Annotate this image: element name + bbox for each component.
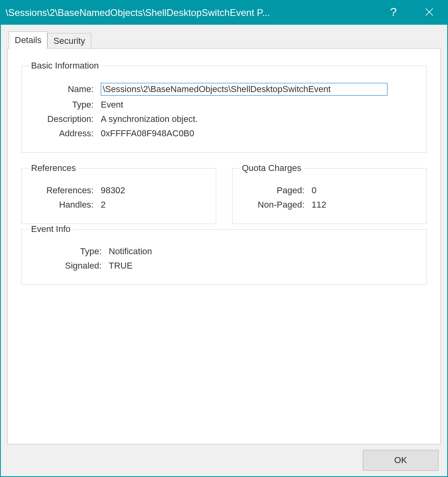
- tab-details[interactable]: Details: [9, 31, 47, 49]
- help-button[interactable]: ?: [376, 0, 411, 24]
- tabstrip: Details Security: [7, 31, 441, 48]
- group-references: References References: 98302 Handles: 2: [21, 163, 216, 224]
- group-basic-legend: Basic Information: [30, 61, 101, 71]
- value-handles: 2: [101, 200, 106, 210]
- row-type: Type: Event: [32, 100, 416, 110]
- titlebar[interactable]: \Sessions\2\BaseNamedObjects\ShellDeskto…: [1, 1, 447, 25]
- help-icon: ?: [390, 5, 397, 19]
- group-references-legend: References: [30, 163, 78, 173]
- row-address: Address: 0xFFFFA08F948AC0B0: [32, 128, 416, 139]
- tab-control: Details Security Basic Information Name:…: [7, 31, 441, 444]
- tab-panel-details: Basic Information Name: Type: Event Desc…: [7, 48, 441, 444]
- row-nonpaged: Non-Paged: 112: [243, 200, 417, 210]
- name-field[interactable]: [101, 83, 387, 96]
- properties-dialog: \Sessions\2\BaseNamedObjects\ShellDeskto…: [0, 0, 448, 477]
- label-paged: Paged:: [243, 185, 305, 196]
- value-references: 98302: [101, 185, 125, 196]
- value-type: Event: [101, 100, 123, 110]
- label-signaled: Signaled:: [32, 261, 102, 271]
- group-quota-charges: Quota Charges Paged: 0 Non-Paged: 112: [232, 163, 427, 224]
- value-description: A synchronization object.: [101, 114, 198, 124]
- close-button[interactable]: [411, 1, 447, 25]
- tab-security[interactable]: Security: [47, 33, 91, 49]
- close-icon: [425, 7, 434, 19]
- row-references: References: 98302: [32, 185, 205, 196]
- row-event-type: Type: Notification: [32, 246, 416, 257]
- value-signaled: TRUE: [109, 261, 133, 271]
- group-basic-information: Basic Information Name: Type: Event Desc…: [21, 61, 427, 153]
- label-nonpaged: Non-Paged:: [243, 200, 305, 210]
- row-handles: Handles: 2: [32, 200, 205, 210]
- row-description: Description: A synchronization object.: [32, 114, 416, 124]
- value-paged: 0: [312, 185, 317, 196]
- label-description: Description:: [32, 114, 94, 124]
- client-area: Details Security Basic Information Name:…: [1, 25, 447, 476]
- value-nonpaged: 112: [312, 200, 327, 210]
- label-type: Type:: [32, 100, 94, 110]
- row-signaled: Signaled: TRUE: [32, 261, 416, 271]
- row-name: Name:: [32, 83, 416, 96]
- window-title: \Sessions\2\BaseNamedObjects\ShellDeskto…: [6, 7, 376, 18]
- value-event-type: Notification: [109, 246, 152, 257]
- ok-button[interactable]: OK: [363, 450, 438, 471]
- two-column-section: References References: 98302 Handles: 2 …: [21, 163, 427, 224]
- label-event-type: Type:: [32, 246, 102, 257]
- group-quota-legend: Quota Charges: [241, 163, 304, 173]
- value-address: 0xFFFFA08F948AC0B0: [101, 128, 194, 139]
- group-event-info: Event Info Type: Notification Signaled: …: [21, 224, 427, 285]
- group-eventinfo-legend: Event Info: [30, 224, 73, 234]
- label-name: Name:: [32, 84, 94, 94]
- dialog-footer: OK: [7, 448, 441, 471]
- label-handles: Handles:: [32, 200, 94, 210]
- label-references: References:: [32, 185, 94, 196]
- row-paged: Paged: 0: [243, 185, 417, 196]
- label-address: Address:: [32, 128, 94, 139]
